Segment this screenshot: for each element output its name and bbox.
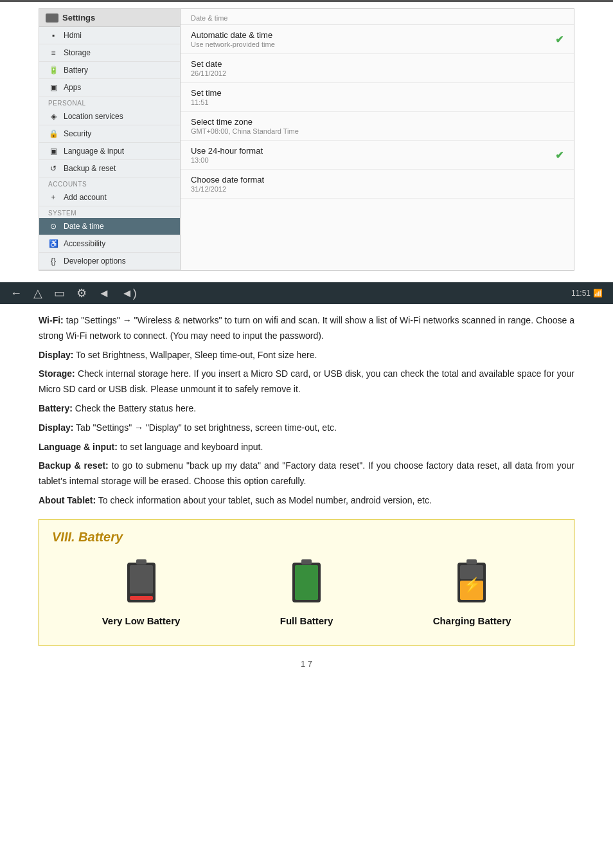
content-item-24hour[interactable]: Use 24-hour format 13:00 ✔ [181, 141, 574, 170]
datetime-icon: ⊙ [48, 221, 58, 231]
security-icon: 🔒 [48, 129, 58, 139]
sidebar-item-developer[interactable]: {} Developer options [39, 253, 180, 270]
sidebar-item-language[interactable]: ▣ Language & input [39, 143, 180, 160]
backup-label: Backup & reset: [39, 460, 109, 471]
set-date-sub: 26/11/2012 [191, 69, 564, 77]
nav-home-button[interactable]: △ [33, 286, 42, 300]
sidebar-item-apps-label: Apps [64, 83, 81, 92]
accessibility-icon: ♿ [48, 239, 58, 249]
storage-para: Storage: Check internal storage here. If… [39, 366, 574, 397]
sidebar-item-hdmi[interactable]: ▪ Hdmi [39, 27, 180, 44]
signal-icon: 📶 [593, 289, 603, 298]
nav-vol-up-button[interactable]: ◄) [121, 287, 137, 300]
backup-text: to go to submenu "back up my data" and "… [39, 460, 574, 486]
timezone-title: Select time zone [191, 117, 564, 127]
display-para: Display: To set Brightness, Wallpaper, S… [39, 348, 574, 363]
developer-icon: {} [48, 256, 58, 266]
personal-section-label: PERSONAL [39, 96, 180, 108]
display2-para: Display: Tab "Settings" → "Display" to s… [39, 420, 574, 436]
nav-settings-button[interactable]: ⚙ [76, 286, 87, 300]
battery-text-label: Battery: [39, 403, 73, 413]
nav-vol-down-button[interactable]: ◄ [98, 287, 110, 300]
storage-icon: ≡ [48, 48, 58, 58]
language-text: to set language and keyboard input. [120, 442, 263, 452]
sidebar-item-datetime[interactable]: ⊙ Date & time [39, 218, 180, 235]
dateformat-title: Choose date format [191, 175, 564, 185]
sidebar-item-backup[interactable]: ↺ Backup & reset [39, 160, 180, 177]
battery-icons-row: Very Low Battery Full Battery ⚡ [52, 556, 561, 626]
backup-icon: ↺ [48, 163, 58, 174]
about-para: About Tablet: To check information about… [39, 493, 574, 509]
language-para: Language & input: to set language and ke… [39, 440, 574, 455]
settings-sidebar: Settings ▪ Hdmi ≡ Storage 🔋 Battery ▣ Ap… [39, 9, 181, 270]
content-item-dateformat[interactable]: Choose date format 31/12/2012 [181, 170, 574, 199]
svg-rect-3 [130, 565, 153, 593]
nav-recent-button[interactable]: ▭ [54, 286, 65, 300]
sidebar-item-hdmi-label: Hdmi [64, 31, 82, 40]
settings-panel: Settings ▪ Hdmi ≡ Storage 🔋 Battery ▣ Ap… [39, 8, 574, 271]
sidebar-item-battery[interactable]: 🔋 Battery [39, 62, 180, 79]
language-icon: ▣ [48, 146, 58, 156]
very-low-battery-label: Very Low Battery [102, 615, 181, 626]
storage-text: Check internal storage here. If you inse… [39, 368, 574, 394]
charging-battery-label: Charging Battery [433, 615, 511, 626]
system-section-label: SYSTEM [39, 206, 180, 218]
svg-rect-2 [130, 596, 153, 600]
display2-text: Tab "Settings" → "Display" to set bright… [76, 422, 337, 433]
set-time-title: Set time [191, 88, 564, 98]
svg-rect-1 [136, 559, 147, 565]
sidebar-item-addaccount-label: Add account [64, 193, 107, 202]
sidebar-item-apps[interactable]: ▣ Apps [39, 79, 180, 96]
settings-title-icon [46, 14, 58, 23]
sidebar-item-security[interactable]: 🔒 Security [39, 125, 180, 143]
sidebar-item-location[interactable]: ◈ Location services [39, 108, 180, 125]
display2-label: Display: [39, 422, 73, 433]
24hour-check: ✔ [555, 149, 564, 161]
sidebar-item-accessibility-label: Accessibility [64, 239, 105, 248]
charging-battery-svg: ⚡ [452, 556, 491, 608]
settings-title: Settings [39, 9, 180, 27]
24hour-sub: 13:00 [191, 156, 263, 164]
content-item-auto-date[interactable]: Automatic date & time Use network-provid… [181, 25, 574, 54]
sidebar-item-addaccount[interactable]: + Add account [39, 189, 180, 206]
battery-section: VIII. Battery Very Low Battery [39, 519, 574, 646]
battery-text: Check the Battery status here. [75, 403, 196, 413]
about-label: About Tablet: [39, 495, 96, 505]
apps-icon: ▣ [48, 82, 58, 93]
android-nav-bar: ← △ ▭ ⚙ ◄ ◄) 11:51 📶 [0, 282, 613, 304]
svg-text:⚡: ⚡ [463, 576, 481, 593]
content-section-title: Date & time [181, 9, 574, 25]
text-content-area: Wi-Fi: tap "Settings" → "Wireless & netw… [39, 313, 574, 509]
hdmi-icon: ▪ [48, 30, 58, 41]
android-nav-buttons: ← △ ▭ ⚙ ◄ ◄) [10, 286, 137, 300]
timezone-sub: GMT+08:00, China Standard Time [191, 127, 564, 135]
settings-content: Date & time Automatic date & time Use ne… [181, 9, 574, 270]
sidebar-item-backup-label: Backup & reset [64, 164, 116, 173]
content-item-set-date[interactable]: Set date 26/11/2012 [181, 54, 574, 83]
settings-title-label: Settings [62, 13, 95, 23]
content-item-set-time[interactable]: Set time 11:51 [181, 83, 574, 112]
content-item-timezone[interactable]: Select time zone GMT+08:00, China Standa… [181, 112, 574, 141]
full-battery-item: Full Battery [280, 556, 333, 626]
page-number: 1 7 [0, 659, 613, 669]
set-time-sub: 11:51 [191, 98, 564, 106]
auto-date-title: Automatic date & time [191, 30, 275, 40]
battery-section-title: VIII. Battery [52, 530, 561, 545]
sidebar-item-developer-label: Developer options [64, 257, 126, 266]
addaccount-icon: + [48, 192, 58, 203]
about-text: To check information about your tablet, … [98, 495, 432, 505]
wifi-label: Wi-Fi: [39, 315, 64, 325]
time-display: 11:51 [571, 289, 591, 298]
auto-date-sub: Use network-provided time [191, 41, 275, 48]
sidebar-item-accessibility[interactable]: ♿ Accessibility [39, 235, 180, 253]
nav-back-button[interactable]: ← [10, 287, 22, 300]
svg-rect-6 [295, 565, 318, 600]
sidebar-item-location-label: Location services [64, 112, 123, 121]
sidebar-item-storage[interactable]: ≡ Storage [39, 44, 180, 62]
wifi-text: tap "Settings" → "Wireless & networks" t… [39, 315, 574, 341]
display-text: To set Brightness, Wallpaper, Sleep time… [76, 350, 317, 360]
very-low-battery-item: Very Low Battery [102, 556, 181, 626]
charging-battery-item: ⚡ Charging Battery [433, 556, 511, 626]
full-battery-label: Full Battery [280, 615, 333, 626]
top-divider [0, 0, 613, 2]
